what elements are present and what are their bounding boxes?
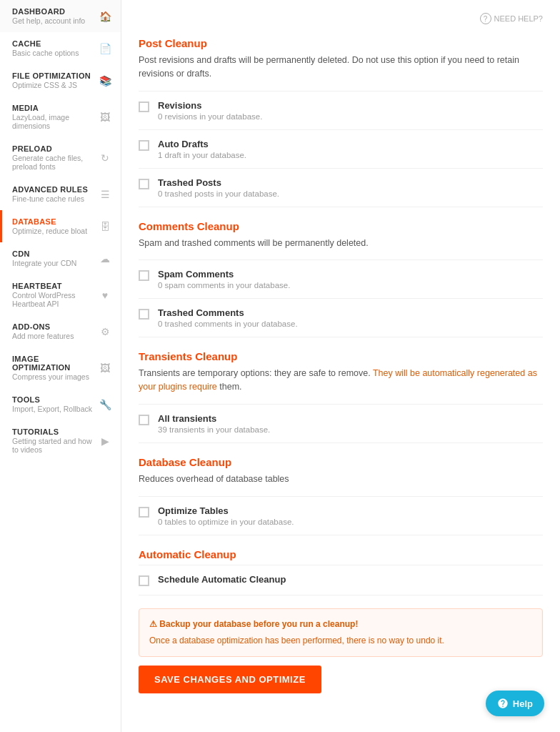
sidebar-item-title-heartbeat: HEARTBEAT: [12, 282, 98, 290]
checkbox-label-optimize-tables: Optimize Tables: [158, 505, 294, 516]
database-cleanup-desc: Reduces overhead of database tables: [139, 473, 543, 486]
sidebar-item-dashboard[interactable]: DASHBOARD Get help, account info 🏠: [0, 0, 121, 32]
sidebar-icon-heartbeat: ♥: [98, 288, 112, 302]
sidebar-item-add-ons[interactable]: ADD-ONS Add more features ⚙: [0, 315, 121, 347]
sidebar-item-subtitle-cache: Basic cache options: [12, 49, 98, 57]
warning-line1: ⚠ Backup your database before you run a …: [149, 618, 532, 631]
sidebar-icon-tools: 🔧: [98, 397, 112, 412]
checkbox-sublabel-spam-comments: 0 spam comments in your database.: [158, 281, 290, 290]
sidebar-item-subtitle-tutorials: Getting started and how to videos: [12, 437, 98, 454]
checkbox-row-auto-drafts: Auto Drafts 1 draft in your database.: [139, 129, 543, 168]
sidebar-item-subtitle-cdn: Integrate your CDN: [12, 259, 98, 267]
sidebar-item-title-add-ons: ADD-ONS: [12, 322, 98, 331]
automatic-cleanup-title: Automatic Cleanup: [139, 548, 543, 560]
checkbox-label-all-transients: All transients: [158, 413, 270, 424]
checkbox-sublabel-trashed-comments: 0 trashed comments in your database.: [158, 320, 298, 328]
transients-cleanup-title: Transients Cleanup: [139, 350, 543, 362]
checkbox-row-schedule-automatic: Schedule Automatic Cleanup: [139, 565, 543, 595]
checkbox-optimize-tables[interactable]: [139, 507, 149, 518]
sidebar-item-title-image-optimization: IMAGE OPTIMIZATION: [12, 355, 98, 372]
checkbox-label-revisions: Revisions: [158, 100, 262, 111]
sidebar-item-title-advanced-rules: ADVANCED RULES: [12, 185, 98, 194]
checkbox-row-revisions: Revisions 0 revisions in your database.: [139, 91, 543, 129]
sidebar: DASHBOARD Get help, account info 🏠 CACHE…: [0, 0, 121, 732]
sidebar-item-cache[interactable]: CACHE Basic cache options 📄: [0, 32, 121, 64]
post-cleanup-section: Post Cleanup Post revisions and drafts w…: [139, 37, 543, 207]
post-cleanup-desc: Post revisions and drafts will be perman…: [139, 54, 543, 81]
sidebar-item-media[interactable]: MEDIA LazyLoad, image dimensions 🖼: [0, 97, 121, 137]
save-changes-button[interactable]: SAVE CHANGES AND OPTIMIZE: [139, 666, 321, 693]
need-help-icon: ?: [480, 13, 491, 24]
sidebar-item-subtitle-media: LazyLoad, image dimensions: [12, 113, 98, 130]
sidebar-item-title-media: MEDIA: [12, 104, 98, 112]
transients-cleanup-section: Transients Cleanup Transients are tempor…: [139, 350, 543, 443]
sidebar-icon-add-ons: ⚙: [98, 325, 112, 339]
sidebar-item-heartbeat[interactable]: HEARTBEAT Control WordPress Heartbeat AP…: [0, 274, 121, 315]
sidebar-item-title-tutorials: TUTORIALS: [12, 427, 98, 436]
automatic-cleanup-section: Automatic Cleanup Schedule Automatic Cle…: [139, 548, 543, 595]
checkbox-row-all-transients: All transients 39 transients in your dat…: [139, 404, 543, 443]
help-fab-label: Help: [513, 698, 533, 709]
sidebar-item-database[interactable]: DATABASE Optimize, reduce bloat 🗄 ←: [0, 210, 121, 242]
checkbox-trashed-posts[interactable]: [139, 179, 149, 189]
sidebar-icon-cache: 📄: [98, 41, 112, 56]
sidebar-item-title-cache: CACHE: [12, 39, 98, 48]
sidebar-icon-file-optimization: 📚: [98, 74, 112, 88]
need-help-label: NEED HELP?: [494, 14, 543, 23]
sidebar-icon-dashboard: 🏠: [98, 9, 112, 24]
checkbox-sublabel-auto-drafts: 1 draft in your database.: [158, 151, 246, 159]
sidebar-item-subtitle-dashboard: Get help, account info: [12, 16, 98, 25]
warning-block: ⚠ Backup your database before you run a …: [139, 608, 543, 657]
checkbox-label-spam-comments: Spam Comments: [158, 269, 290, 280]
sidebar-item-subtitle-database: Optimize, reduce bloat: [12, 227, 98, 235]
sidebar-item-title-tools: TOOLS: [12, 395, 98, 404]
checkbox-schedule-automatic[interactable]: [139, 575, 149, 586]
sidebar-item-subtitle-add-ons: Add more features: [12, 332, 98, 340]
checkbox-sublabel-trashed-posts: 0 trashed posts in your database.: [158, 189, 279, 198]
warning-line2: Once a database optimization has been pe…: [149, 634, 532, 648]
sidebar-icon-image-optimization: 🖼: [98, 361, 112, 375]
checkbox-label-trashed-posts: Trashed Posts: [158, 177, 279, 188]
sidebar-icon-tutorials: ▶: [98, 434, 112, 448]
checkbox-label-schedule-automatic: Schedule Automatic Cleanup: [158, 574, 286, 585]
sidebar-item-advanced-rules[interactable]: ADVANCED RULES Fine-tune cache rules ☰: [0, 178, 121, 210]
checkbox-row-trashed-posts: Trashed Posts 0 trashed posts in your da…: [139, 168, 543, 207]
checkbox-all-transients[interactable]: [139, 415, 149, 425]
checkbox-sublabel-optimize-tables: 0 tables to optimize in your database.: [158, 518, 294, 526]
sidebar-item-title-database: DATABASE: [12, 217, 98, 226]
sidebar-icon-database: 🗄: [98, 219, 112, 234]
checkbox-label-trashed-comments: Trashed Comments: [158, 307, 298, 318]
database-cleanup-title: Database Cleanup: [139, 456, 543, 468]
comments-cleanup-section: Comments Cleanup Spam and trashed commen…: [139, 220, 543, 338]
sidebar-item-subtitle-preload: Generate cache files, preload fonts: [12, 154, 98, 171]
sidebar-item-cdn[interactable]: CDN Integrate your CDN ☁: [0, 242, 121, 274]
sidebar-icon-media: 🖼: [98, 110, 112, 124]
need-help-button[interactable]: ? NEED HELP?: [480, 13, 543, 24]
sidebar-item-subtitle-image-optimization: Compress your images: [12, 372, 98, 381]
sidebar-item-image-optimization[interactable]: IMAGE OPTIMIZATION Compress your images …: [0, 347, 121, 388]
sidebar-item-file-optimization[interactable]: FILE OPTIMIZATION Optimize CSS & JS 📚: [0, 64, 121, 97]
sidebar-icon-advanced-rules: ☰: [98, 187, 112, 202]
checkbox-spam-comments[interactable]: [139, 270, 149, 281]
sidebar-item-title-file-optimization: FILE OPTIMIZATION: [12, 71, 98, 80]
sidebar-item-preload[interactable]: PRELOAD Generate cache files, preload fo…: [0, 137, 121, 178]
database-cleanup-section: Database Cleanup Reduces overhead of dat…: [139, 456, 543, 535]
sidebar-item-subtitle-tools: Import, Export, Rollback: [12, 405, 98, 413]
transients-cleanup-desc: Transients are temporary options: they a…: [139, 367, 543, 394]
checkbox-auto-drafts[interactable]: [139, 140, 149, 151]
checkbox-trashed-comments[interactable]: [139, 309, 149, 320]
sidebar-item-subtitle-heartbeat: Control WordPress Heartbeat API: [12, 291, 98, 308]
help-fab-icon: [497, 698, 509, 709]
sidebar-item-tutorials[interactable]: TUTORIALS Getting started and how to vid…: [0, 420, 121, 461]
sidebar-icon-preload: ↻: [98, 151, 112, 165]
checkbox-row-optimize-tables: Optimize Tables 0 tables to optimize in …: [139, 496, 543, 535]
help-fab-button[interactable]: Help: [486, 691, 544, 716]
checkbox-row-spam-comments: Spam Comments 0 spam comments in your da…: [139, 259, 543, 298]
sidebar-item-title-preload: PRELOAD: [12, 144, 98, 153]
sidebar-item-subtitle-advanced-rules: Fine-tune cache rules: [12, 194, 98, 203]
post-cleanup-title: Post Cleanup: [139, 37, 543, 49]
checkbox-revisions[interactable]: [139, 102, 149, 112]
sidebar-item-title-cdn: CDN: [12, 249, 98, 258]
sidebar-item-tools[interactable]: TOOLS Import, Export, Rollback 🔧: [0, 388, 121, 420]
checkbox-label-auto-drafts: Auto Drafts: [158, 139, 246, 149]
